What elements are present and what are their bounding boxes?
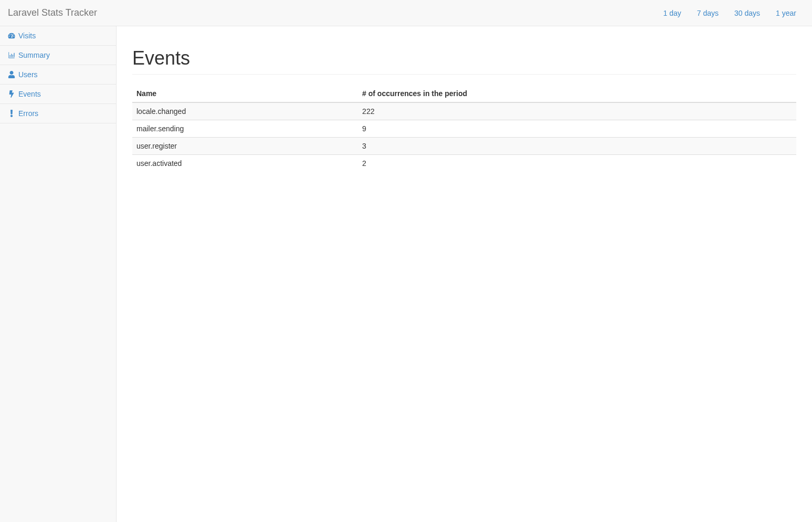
sidebar-item-label: Visits (18, 32, 36, 40)
column-count: # of occurrences in the period (358, 85, 796, 102)
page-title: Events (132, 47, 796, 75)
sidebar-item-errors[interactable]: Errors (0, 104, 116, 123)
exclamation-icon (8, 110, 15, 117)
table-row: locale.changed 222 (132, 102, 796, 120)
period-selector: 1 day 7 days 30 days 1 year (656, 1, 804, 25)
sidebar: Visits Summary Users (0, 26, 117, 522)
period-1-day[interactable]: 1 day (656, 1, 689, 25)
sidebar-item-label: Users (18, 70, 38, 79)
sidebar-item-users[interactable]: Users (0, 65, 116, 84)
cell-name: user.activated (132, 155, 358, 172)
cell-name: mailer.sending (132, 120, 358, 138)
cell-count: 3 (358, 138, 796, 155)
sidebar-item-events[interactable]: Events (0, 85, 116, 103)
cell-count: 9 (358, 120, 796, 138)
table-row: user.activated 2 (132, 155, 796, 172)
sidebar-item-summary[interactable]: Summary (0, 46, 116, 65)
sidebar-item-visits[interactable]: Visits (0, 26, 116, 45)
sidebar-item-label: Errors (18, 109, 38, 118)
cell-name: user.register (132, 138, 358, 155)
cell-count: 222 (358, 102, 796, 120)
events-table: Name # of occurrences in the period loca… (132, 85, 796, 172)
period-30-days[interactable]: 30 days (726, 1, 768, 25)
cell-name: locale.changed (132, 102, 358, 120)
navbar: Laravel Stats Tracker 1 day 7 days 30 da… (0, 0, 812, 26)
bolt-icon (8, 90, 15, 98)
sidebar-item-label: Summary (18, 51, 50, 59)
period-1-year[interactable]: 1 year (768, 1, 804, 25)
sidebar-item-label: Events (18, 90, 41, 98)
user-icon (8, 71, 15, 78)
brand-link[interactable]: Laravel Stats Tracker (8, 7, 97, 18)
dashboard-icon (8, 32, 15, 39)
main-content: Events Name # of occurrences in the peri… (117, 26, 812, 522)
cell-count: 2 (358, 155, 796, 172)
column-name: Name (132, 85, 358, 102)
table-row: mailer.sending 9 (132, 120, 796, 138)
bar-chart-icon (8, 51, 15, 59)
period-7-days[interactable]: 7 days (689, 1, 726, 25)
table-row: user.register 3 (132, 138, 796, 155)
